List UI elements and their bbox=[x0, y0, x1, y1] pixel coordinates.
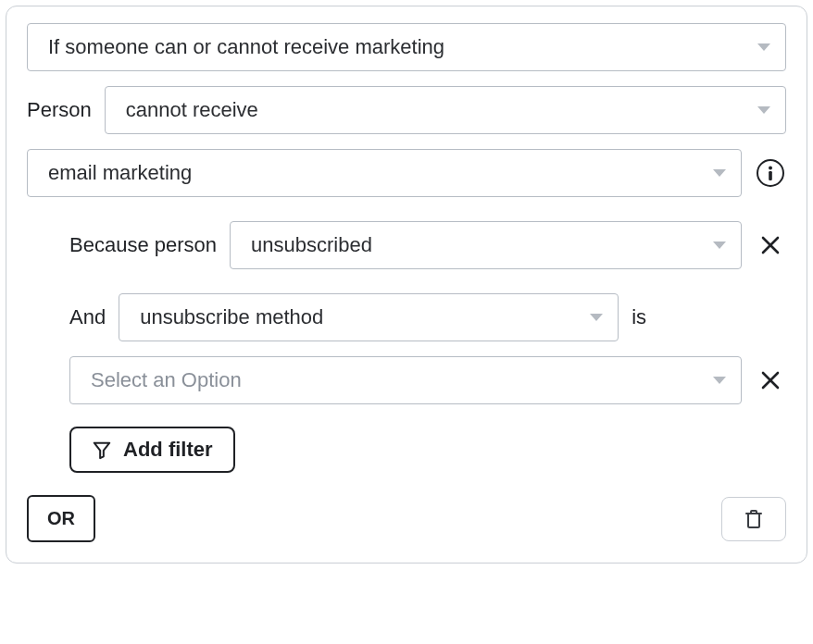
chevron-down-icon bbox=[757, 106, 770, 114]
filter-panel: If someone can or cannot receive marketi… bbox=[6, 6, 807, 564]
chevron-down-icon bbox=[713, 242, 726, 249]
because-select-value: unsubscribed bbox=[251, 233, 372, 257]
and-row: And unsubscribe method is bbox=[69, 293, 786, 341]
attribute-select[interactable]: unsubscribe method bbox=[119, 293, 619, 341]
person-row: Person cannot receive bbox=[27, 86, 786, 134]
add-filter-button[interactable]: Add filter bbox=[69, 427, 235, 473]
info-icon bbox=[757, 159, 784, 187]
because-select[interactable]: unsubscribed bbox=[230, 221, 742, 269]
close-icon bbox=[759, 234, 782, 256]
add-filter-label: Add filter bbox=[123, 438, 213, 462]
channel-select-value: email marketing bbox=[48, 161, 192, 185]
add-filter-row: Add filter bbox=[69, 427, 786, 473]
because-label: Because person bbox=[69, 233, 217, 257]
chevron-down-icon bbox=[713, 169, 726, 177]
remove-option-button[interactable] bbox=[755, 365, 786, 396]
remove-because-button[interactable] bbox=[755, 229, 786, 261]
filter-icon bbox=[92, 440, 112, 460]
attribute-select-value: unsubscribe method bbox=[140, 305, 323, 329]
or-button[interactable]: OR bbox=[27, 495, 95, 542]
receive-select-value: cannot receive bbox=[126, 98, 258, 122]
option-row: Select an Option bbox=[69, 356, 786, 404]
svg-point-0 bbox=[769, 167, 772, 170]
delete-button[interactable] bbox=[721, 497, 786, 541]
because-row: Because person unsubscribed bbox=[69, 221, 786, 269]
condition-type-row: If someone can or cannot receive marketi… bbox=[27, 23, 786, 71]
person-label: Person bbox=[27, 98, 92, 122]
and-label: And bbox=[69, 305, 106, 329]
chevron-down-icon bbox=[713, 377, 726, 384]
condition-type-select[interactable]: If someone can or cannot receive marketi… bbox=[27, 23, 786, 71]
is-label: is bbox=[632, 305, 646, 329]
chevron-down-icon bbox=[590, 314, 603, 321]
option-select-placeholder: Select an Option bbox=[91, 368, 242, 392]
channel-row: email marketing bbox=[27, 149, 786, 197]
panel-footer: OR bbox=[27, 495, 786, 542]
channel-select[interactable]: email marketing bbox=[27, 149, 742, 197]
condition-type-value: If someone can or cannot receive marketi… bbox=[48, 35, 444, 59]
info-button[interactable] bbox=[755, 157, 786, 189]
svg-rect-6 bbox=[748, 514, 759, 527]
or-label: OR bbox=[47, 508, 75, 528]
close-icon bbox=[759, 369, 782, 391]
trash-icon bbox=[744, 509, 763, 529]
receive-select[interactable]: cannot receive bbox=[105, 86, 786, 134]
chevron-down-icon bbox=[757, 43, 770, 51]
svg-rect-1 bbox=[769, 171, 772, 180]
option-select[interactable]: Select an Option bbox=[69, 356, 742, 404]
